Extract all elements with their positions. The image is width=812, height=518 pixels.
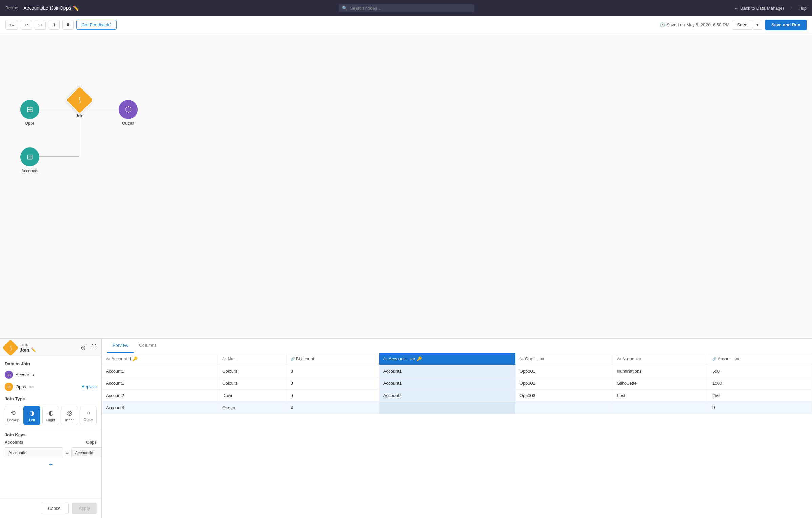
accounts-icon: ⊞ (20, 147, 39, 166)
col-account2: Aa Account... ⊕⊕ 🔑 (379, 353, 515, 365)
fullscreen-icon[interactable]: ⛶ (91, 344, 97, 352)
edit-recipe-icon[interactable]: ✏️ (73, 5, 79, 11)
help-link[interactable]: Help (797, 6, 807, 11)
join-label: Join (76, 114, 83, 118)
keys-col1-label: Accounts (5, 440, 23, 445)
key-icon-2: 🔑 (417, 356, 422, 361)
lookup-icon: ⟲ (11, 409, 16, 417)
join-type-label: JOIN (20, 343, 36, 347)
back-to-data-manager[interactable]: ← Back to Data Manager (734, 6, 784, 11)
opps-label: Opps (25, 121, 35, 126)
key-row: = (5, 447, 97, 458)
search-box[interactable]: 🔍 (339, 4, 474, 12)
join-type-label: Join Type (5, 396, 97, 403)
left-panel: ⟆ JOIN Join ✏️ ⊕ ⛶ Data to Join (0, 339, 102, 518)
undo-button[interactable]: ↩ (21, 20, 32, 30)
col-name2: Aa Name ⊕⊕ (613, 353, 708, 365)
save-and-run-button[interactable]: Save and Run (765, 20, 807, 30)
link-icon-1: ⊕⊕ (410, 357, 415, 361)
preview-table: Aa AccountId 🔑 Aa Na... (102, 353, 812, 414)
search-icon: 🔍 (342, 6, 347, 11)
table-row: Account1 Colours 8 Account1 Opp002 Silho… (102, 377, 812, 390)
redo-button[interactable]: ↪ (35, 20, 46, 30)
right-panel: Preview Columns Aa AccountId 🔑 (102, 339, 812, 518)
opps-data-name: Opps (16, 384, 26, 390)
inner-join-button[interactable]: ◎ Inner (61, 406, 78, 425)
add-key-button[interactable]: + (5, 461, 97, 469)
add-step-button[interactable]: +≡ (5, 20, 18, 30)
data-item-accounts[interactable]: ⊞ Accounts (0, 368, 101, 381)
opps-link-icon: ⊕⊕ (29, 385, 34, 389)
upload-button[interactable]: ⬆ (49, 20, 60, 30)
table-container[interactable]: Aa AccountId 🔑 Aa Na... (102, 353, 812, 518)
edit-join-icon[interactable]: ✏️ (31, 347, 36, 352)
download-button[interactable]: ⬇ (62, 20, 74, 30)
join-keys-section: Join Keys Accounts Opps = + (0, 429, 101, 472)
data-item-opps[interactable]: ⊞ Opps ⊕⊕ Replace (0, 381, 101, 393)
link-icon-2: ⊕⊕ (539, 357, 545, 361)
feedback-button[interactable]: Got Feedback? (76, 20, 117, 30)
node-output[interactable]: ⬡ Output (119, 100, 138, 126)
data-to-join-label: Data to Join (0, 357, 101, 368)
save-dropdown-button[interactable]: ▾ (753, 20, 762, 30)
toolbar: +≡ ↩ ↪ ⬆ ⬇ Got Feedback? 🕐 Saved on May … (0, 16, 812, 34)
plus-icon: + (49, 461, 53, 469)
col-name: Aa Na... (218, 353, 287, 365)
left-join-button[interactable]: ◑ Left (23, 406, 40, 425)
key-left-input[interactable] (5, 447, 63, 458)
recipe-label: Recipe (5, 6, 18, 11)
key-icon: 🔑 (132, 356, 138, 361)
accounts-label: Accounts (21, 168, 38, 173)
join-icon: ⟆ (65, 86, 94, 115)
accounts-data-name: Accounts (16, 372, 34, 377)
node-join[interactable]: ··· ⟆ Join (70, 90, 90, 118)
tab-columns[interactable]: Columns (134, 339, 162, 353)
node-opps[interactable]: ⊞ Opps (20, 100, 39, 126)
opps-icon: ⊞ (20, 100, 39, 119)
replace-link[interactable]: Replace (82, 384, 97, 389)
join-title-area: JOIN Join ✏️ (20, 343, 36, 353)
key-right-input[interactable] (71, 447, 102, 458)
clock-icon: 🕐 (660, 22, 665, 27)
join-type-section: Join Type ⟲ Lookup ◑ Left ◐ Right (0, 393, 101, 429)
preview-tabs: Preview Columns (102, 339, 812, 353)
main-area: ⊞ Opps ··· ⟆ Join ⬡ Output ⊞ Accounts (0, 34, 812, 518)
node-accounts[interactable]: ⊞ Accounts (20, 147, 39, 173)
keys-header: Accounts Opps (5, 440, 97, 445)
table-body: Account1 Colours 8 Account1 Opp001 Illum… (102, 365, 812, 414)
output-icon: ⬡ (119, 100, 138, 119)
apply-button[interactable]: Apply (72, 503, 97, 514)
col-amou: 🔗 Amou... ⊕⊕ (708, 353, 812, 365)
help-divider: ? (790, 6, 792, 11)
save-button[interactable]: Save (732, 20, 752, 30)
equals-sign: = (66, 450, 69, 456)
join-name: Join ✏️ (20, 347, 36, 353)
output-label: Output (122, 121, 134, 126)
table-row: Account3 Ocean 4 0 (102, 402, 812, 414)
col-accountid: Aa AccountId 🔑 (102, 353, 218, 365)
outer-icon: ○ (86, 409, 90, 416)
outer-join-button[interactable]: ○ Outer (80, 406, 97, 425)
col-oppi: Aa Oppi... ⊕⊕ (515, 353, 613, 365)
join-keys-label: Join Keys (5, 432, 97, 440)
data-to-join-section: Data to Join ⊞ Accounts ⊞ Opps ⊕⊕ Replac… (0, 357, 101, 393)
lookup-join-button[interactable]: ⟲ Lookup (5, 406, 21, 425)
search-input[interactable] (350, 6, 471, 11)
table-row: Account1 Colours 8 Account1 Opp001 Illum… (102, 365, 812, 377)
accounts-data-icon: ⊞ (5, 371, 13, 379)
right-icon: ◐ (48, 409, 54, 417)
bottom-panel: ⟆ JOIN Join ✏️ ⊕ ⛶ Data to Join (0, 338, 812, 518)
back-arrow-icon: ← (734, 6, 738, 11)
right-join-button[interactable]: ◐ Right (42, 406, 59, 425)
recipe-name: AccountsLeftJoinOpps ✏️ (23, 5, 79, 11)
join-header: ⟆ JOIN Join ✏️ ⊕ ⛶ (0, 339, 101, 357)
table-header: Aa AccountId 🔑 Aa Na... (102, 353, 812, 365)
link-icon-3: ⊕⊕ (636, 357, 641, 361)
bottom-buttons: Cancel Apply (0, 498, 101, 518)
cancel-button[interactable]: Cancel (41, 503, 69, 514)
tab-preview[interactable]: Preview (107, 339, 134, 353)
inner-icon: ◎ (67, 409, 72, 417)
expand-icon[interactable]: ⊕ (81, 344, 86, 352)
link-icon-4: ⊕⊕ (734, 357, 740, 361)
canvas[interactable]: ⊞ Opps ··· ⟆ Join ⬡ Output ⊞ Accounts (0, 34, 812, 338)
